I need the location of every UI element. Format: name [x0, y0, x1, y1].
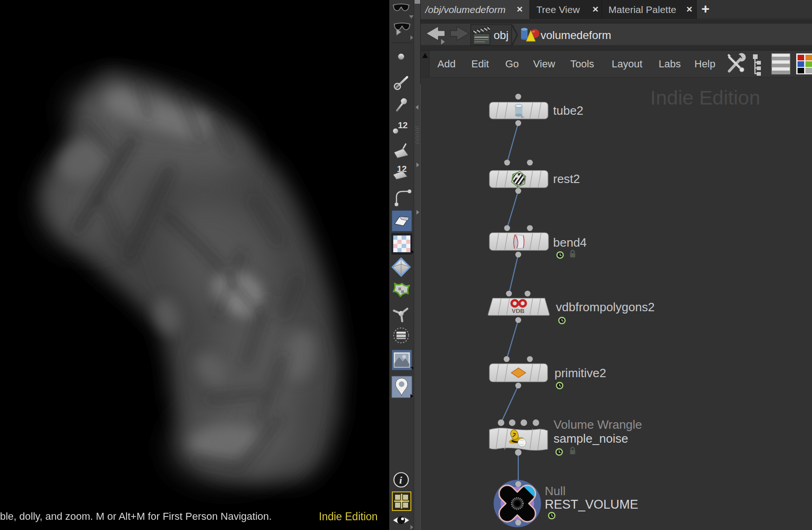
svg-text:sample_noise: sample_noise [554, 432, 628, 445]
svg-text:Volume Wrangle: Volume Wrangle [554, 418, 642, 432]
svg-text:rest2: rest2 [553, 172, 580, 186]
svg-text:Null: Null [545, 484, 566, 498]
svg-text:vdbfrompolygons2: vdbfrompolygons2 [556, 300, 654, 314]
svg-text:REST_VOLUME: REST_VOLUME [545, 497, 638, 511]
svg-text:primitive2: primitive2 [555, 366, 606, 380]
svg-text:i: i [399, 474, 403, 486]
svg-text:volumedeform: volumedeform [541, 29, 611, 41]
svg-text:tube2: tube2 [553, 104, 583, 118]
svg-text:VDB: VDB [512, 308, 524, 314]
svg-text:12: 12 [398, 120, 408, 130]
svg-text:bend4: bend4 [553, 236, 587, 249]
svg-text:obj: obj [494, 29, 508, 41]
